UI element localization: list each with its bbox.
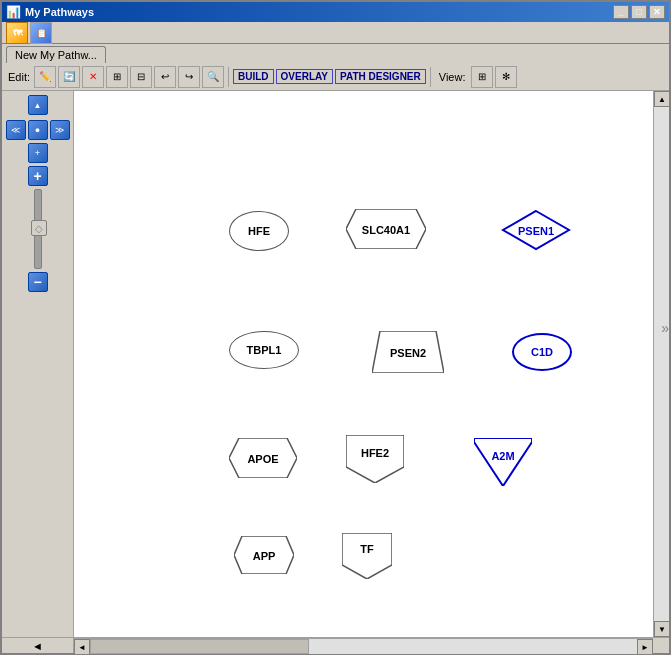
nav-collapse-button[interactable]: ≪ [6, 120, 26, 140]
tab-bar: New My Pathw... [2, 44, 669, 63]
path-designer-button[interactable]: PATH DESIGNER [335, 69, 426, 84]
scroll-track-h[interactable] [90, 639, 637, 654]
undo-btn[interactable]: ↩ [154, 66, 176, 88]
svg-text:TF: TF [360, 543, 374, 555]
node-apoe[interactable]: APOE [229, 438, 297, 478]
node-tbpl1[interactable]: TBPL1 [229, 331, 299, 369]
toolbar: Edit: ✏️ 🔄 ✕ ⊞ ⊟ ↩ ↪ 🔍 BUILD OVERLAY PAT… [2, 63, 669, 91]
overlay-button[interactable]: OVERLAY [276, 69, 333, 84]
psen2-shape: PSEN2 [372, 331, 444, 373]
minimize-button[interactable]: _ [613, 5, 629, 19]
tbpl1-label: TBPL1 [247, 344, 282, 356]
title-bar-buttons: _ □ ✕ [613, 5, 665, 19]
scroll-thumb-h[interactable] [90, 639, 309, 654]
svg-marker-10 [474, 438, 532, 486]
zoom-out-button[interactable]: − [28, 272, 48, 292]
hfe-shape: HFE [229, 211, 289, 251]
node-c1d[interactable]: C1D [512, 333, 572, 371]
icon-btn-2[interactable]: 📋 [30, 22, 52, 44]
zoom-slider-track[interactable] [34, 189, 42, 269]
node-tf[interactable]: TF [342, 533, 392, 579]
node-a2m[interactable]: A2M [474, 438, 532, 486]
svg-marker-14 [342, 533, 392, 579]
scroll-corner [653, 638, 669, 653]
maximize-button[interactable]: □ [631, 5, 647, 19]
delete-btn[interactable]: ✕ [82, 66, 104, 88]
edit-btn[interactable]: ✏️ [34, 66, 56, 88]
icon-btn-1[interactable]: 🗺 [6, 22, 28, 44]
psen1-shape: PSEN1 [501, 209, 571, 251]
refresh-btn[interactable]: 🔄 [58, 66, 80, 88]
svg-text:APP: APP [253, 550, 276, 562]
svg-text:APOE: APOE [247, 453, 278, 465]
scroll-track-v[interactable] [654, 107, 669, 621]
svg-text:PSEN2: PSEN2 [390, 347, 426, 359]
edit-label: Edit: [8, 71, 30, 83]
svg-text:HFE2: HFE2 [361, 447, 389, 459]
svg-marker-8 [346, 435, 404, 483]
build-button[interactable]: BUILD [233, 69, 274, 84]
scroll-down-button[interactable]: ▼ [654, 621, 669, 637]
vertical-scrollbar: ▲ ▼ [653, 91, 669, 637]
zoom-slider-thumb[interactable] [31, 220, 47, 236]
app-shape: APP [234, 536, 294, 574]
svg-text:PSEN1: PSEN1 [518, 225, 554, 237]
toolbar-separator [228, 67, 229, 87]
settings-btn[interactable]: ✻ [495, 66, 517, 88]
tbpl1-shape: TBPL1 [229, 331, 299, 369]
node-app[interactable]: APP [234, 536, 294, 574]
svg-text:A2M: A2M [491, 450, 514, 462]
scroll-up-button[interactable]: ▲ [654, 91, 669, 107]
node-psen1[interactable]: PSEN1 [501, 209, 571, 251]
svg-text:SLC40A1: SLC40A1 [362, 224, 410, 236]
nav-center-button[interactable]: ● [28, 120, 48, 140]
canvas-area[interactable]: HFE SLC40A1 PSEN1 TBPL1 [74, 91, 653, 637]
slc40a1-shape: SLC40A1 [346, 209, 426, 249]
c1d-shape: C1D [512, 333, 572, 371]
grid-btn[interactable]: ⊞ [106, 66, 128, 88]
node-hfe2[interactable]: HFE2 [346, 435, 404, 483]
node-psen2[interactable]: PSEN2 [372, 331, 444, 373]
view-label: View: [439, 71, 466, 83]
close-button[interactable]: ✕ [649, 5, 665, 19]
node-slc40a1[interactable]: SLC40A1 [346, 209, 426, 249]
left-panel: ▲ ≪ ● ≫ + + − [2, 91, 74, 637]
hfe2-shape: HFE2 [346, 435, 404, 483]
scroll-left-corner[interactable]: ◄ [2, 638, 74, 653]
title-bar: 📊 My Pathways _ □ ✕ [2, 2, 669, 22]
table-btn[interactable]: ⊟ [130, 66, 152, 88]
menu-bar: 🗺 📋 [2, 22, 669, 44]
scroll-left-button[interactable]: ◄ [74, 639, 90, 655]
zoom-btn[interactable]: 🔍 [202, 66, 224, 88]
main-window: 📊 My Pathways _ □ ✕ 🗺 📋 New My Pathw... … [0, 0, 671, 655]
nav-controls: ≪ ● ≫ [6, 120, 70, 140]
zoom-in-button[interactable]: + [28, 166, 48, 186]
hfe-label: HFE [248, 225, 270, 237]
a2m-shape: A2M [474, 438, 532, 486]
horizontal-scrollbar: ◄ ► [74, 638, 653, 654]
toolbar-separator-2 [430, 67, 431, 87]
zoom-slider-container [34, 189, 42, 269]
horizontal-scrollbar-row: ◄ ◄ ► [2, 637, 669, 653]
tf-shape: TF [342, 533, 392, 579]
main-tab[interactable]: New My Pathw... [6, 46, 106, 63]
apoe-shape: APOE [229, 438, 297, 478]
nav-expand-button[interactable]: ≫ [50, 120, 70, 140]
nav-middle-button[interactable]: + [28, 143, 48, 163]
redo-btn[interactable]: ↪ [178, 66, 200, 88]
scroll-right-button[interactable]: ► [637, 639, 653, 655]
fit-btn[interactable]: ⊞ [471, 66, 493, 88]
main-area: ▲ ≪ ● ≫ + + − [2, 91, 669, 637]
nav-up-button[interactable]: ▲ [28, 95, 48, 115]
node-hfe[interactable]: HFE [229, 211, 289, 251]
more-button[interactable]: » [661, 320, 669, 336]
c1d-label: C1D [531, 346, 553, 358]
window-title: My Pathways [25, 6, 94, 18]
